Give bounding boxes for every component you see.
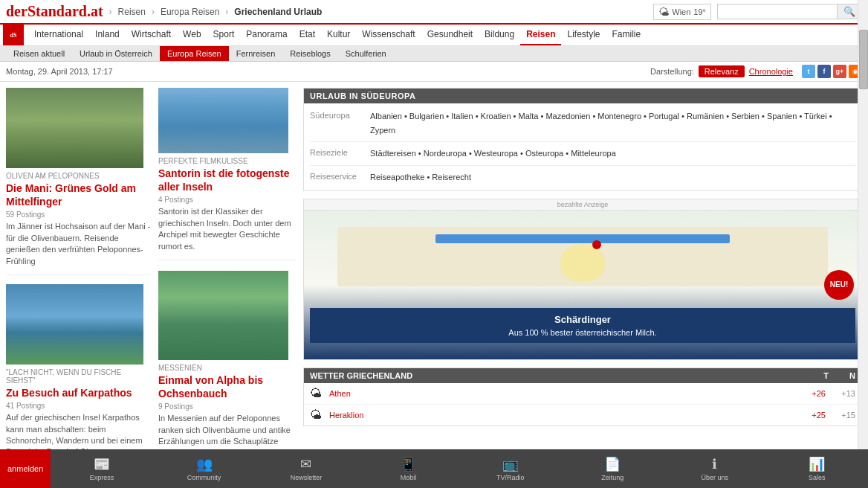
nav-web[interactable]: Web (177, 25, 207, 44)
nav-familie[interactable]: Familie (606, 25, 647, 44)
subnav-fernreisen[interactable]: Fernreisen (229, 46, 283, 61)
nav-wissenschaft[interactable]: Wissenschaft (356, 25, 421, 44)
nav-kultur[interactable]: Kultur (321, 25, 356, 44)
weather-n-athen: +13 (826, 389, 855, 398)
ad-banner: bezahlte Anzeige Schärdinger Aus 100 % b… (303, 199, 862, 360)
bottom-nav-zeitung[interactable]: 📄 Zeitung (562, 453, 664, 484)
sidebar-label-reiseservice: Reiseservice (310, 170, 366, 184)
article-tag: OLIVEN AM PELOPONNES (6, 172, 151, 180)
breadcrumb-reisen[interactable]: Reisen (118, 7, 146, 17)
subnav-schulferien[interactable]: Schulferien (338, 46, 394, 61)
subnav-reisen-aktuell[interactable]: Reisen aktuell (6, 46, 72, 61)
facebook-icon[interactable]: f (817, 65, 831, 78)
link-staedtereisen[interactable]: Städtereisen (370, 149, 416, 158)
weather-title: WETTER GRIECHENLAND TN (304, 368, 861, 383)
featured-article: MESSENIEN Einmal von Alpha bis Ochsenbau… (158, 271, 296, 466)
sidebar-links-sudeuropa: Albanien • Bulgarien • Italien • Kroatie… (370, 109, 855, 137)
sidebar-links-reiseziele: Städtereisen • Nordeuropa • Westeuropa •… (370, 147, 616, 161)
main-navigation: International Inland Wirtschaft Web Spor… (28, 25, 647, 45)
googleplus-icon[interactable]: g+ (833, 65, 846, 78)
article-tag: "LACH NICHT, WENN DU FISCHE SIEHST" (6, 368, 151, 385)
link-malta[interactable]: Malta (519, 112, 539, 121)
bottom-navigation: anmelden 📰 Express 👥 Community ✉ Newslet… (0, 449, 868, 488)
link-italien[interactable]: Italien (451, 112, 473, 121)
subnav-europa-reisen[interactable]: Europa Reisen (160, 46, 229, 61)
nav-panorama[interactable]: Panorama (240, 25, 293, 44)
newsletter-icon: ✉ (300, 456, 311, 472)
search-input[interactable] (718, 4, 837, 19)
link-osteuropa[interactable]: Osteuropa (525, 149, 563, 158)
featured-desc: Santorin ist der Klassiker der griechisc… (158, 206, 296, 252)
bottom-nav-sales[interactable]: 📊 Sales (766, 453, 868, 484)
featured-title-link[interactable]: Einmal von Alpha bis Ochsenbauch (158, 373, 296, 400)
zeitung-icon: 📄 (604, 456, 621, 472)
ad-content[interactable]: Schärdinger Aus 100 % bester österreichi… (304, 211, 861, 359)
breadcrumb-sep3: › (225, 7, 228, 17)
bottom-nav-ueber-uns[interactable]: ℹ Über uns (664, 453, 765, 484)
article-desc: Im Jänner ist Hochsaison auf der Mani - … (6, 221, 151, 267)
weather-city-athen[interactable]: Athen (329, 389, 796, 398)
search-form: 🔍 (717, 4, 862, 19)
scrollbar[interactable] (858, 0, 868, 488)
link-mazedonien[interactable]: Mazedonien (545, 112, 590, 121)
breadcrumb-current: Griechenland Urlaub (234, 7, 322, 17)
weather-icon-heraklion: 🌤 (310, 408, 325, 422)
breadcrumb-sep2: › (152, 7, 155, 17)
featured-postings: 9 Postings (158, 402, 296, 411)
link-nordeuropa[interactable]: Nordeuropa (424, 149, 467, 158)
bottom-nav-express[interactable]: 📰 Express (51, 453, 152, 484)
nav-wirtschaft[interactable]: Wirtschaft (126, 25, 177, 44)
nav-international[interactable]: International (28, 25, 89, 44)
scrollbar-thumb[interactable] (859, 30, 868, 89)
sidebar-label-reiseziele: Reiseziele (310, 147, 366, 161)
weather-icon-athen: 🌤 (310, 387, 325, 400)
bottom-nav-mobil[interactable]: 📱 Mobil (357, 453, 459, 484)
link-montenegro[interactable]: Montenegro (597, 112, 641, 121)
article-title-link[interactable]: Zu Besuch auf Karpathos (6, 386, 151, 399)
weather-t-heraklion: +25 (796, 411, 826, 420)
nav-inland[interactable]: Inland (89, 25, 126, 44)
nav-gesundheit[interactable]: Gesundheit (421, 25, 479, 44)
weather-city-heraklion[interactable]: Heraklion (329, 411, 796, 420)
link-portugal[interactable]: Portugal (649, 112, 679, 121)
bottom-nav-tvradio[interactable]: 📺 TV/Radio (459, 453, 561, 484)
chronologie-link[interactable]: Chronologie (749, 67, 793, 76)
sidebar-title: URLAUB IN SÜDEUROPA (304, 89, 861, 103)
link-bulgarien[interactable]: Bulgarien (409, 112, 444, 121)
sales-icon: 📊 (809, 456, 825, 472)
relevanz-button[interactable]: Relevanz (699, 65, 745, 77)
link-albanien[interactable]: Albanien (370, 112, 402, 121)
breadcrumb-europa[interactable]: Europa Reisen (161, 7, 219, 17)
featured-title-link[interactable]: Santorin ist die fotogenste aller Inseln (158, 167, 296, 193)
nav-etat[interactable]: Etat (294, 25, 321, 44)
nav-lifestyle[interactable]: Lifestyle (561, 25, 606, 44)
article-postings: 41 Postings (6, 402, 151, 410)
nav-sport[interactable]: Sport (207, 25, 241, 44)
link-reiserecht[interactable]: Reiserecht (432, 173, 471, 182)
link-reiseapotheke[interactable]: Reiseapotheke (370, 173, 424, 182)
twitter-icon[interactable]: t (802, 65, 815, 78)
site-logo-nav[interactable]: dS (3, 25, 24, 45)
site-logo[interactable]: derStandard.at (6, 3, 103, 20)
weather-row-heraklion: 🌤 Heraklion +25 +15 (304, 405, 861, 426)
link-spanien[interactable]: Spanien (767, 112, 797, 121)
weather-temperature: 19° (693, 7, 706, 16)
sidebar-box: URLAUB IN SÜDEUROPA Südeuropa Albanien •… (303, 88, 862, 191)
ad-text: Aus 100 % bester österreichischer Milch. (316, 328, 849, 337)
link-tuerkei[interactable]: Türkei (804, 112, 827, 121)
subnav-urlaub-oe[interactable]: Urlaub in Österreich (72, 46, 160, 61)
signin-button[interactable]: anmelden (0, 449, 51, 488)
bottom-nav-community[interactable]: 👥 Community (153, 453, 255, 484)
link-mitteleuropa[interactable]: Mitteleuropa (571, 149, 616, 158)
nav-reisen[interactable]: Reisen (520, 25, 561, 45)
bottom-nav-newsletter[interactable]: ✉ Newsletter (255, 453, 357, 484)
link-kroatien[interactable]: Kroatien (481, 112, 511, 121)
link-serbien[interactable]: Serbien (731, 112, 760, 121)
subnav-reiseblogs[interactable]: Reiseblogs (282, 46, 337, 61)
article-title-link[interactable]: Die Mani: Grünes Gold am Mittelfinger (6, 182, 151, 208)
link-westeuropa[interactable]: Westeuropa (474, 149, 518, 158)
link-rumaenien[interactable]: Rumänien (687, 112, 724, 121)
nav-bildung[interactable]: Bildung (479, 25, 520, 44)
sidebar-links-reiseservice: Reiseapotheke • Reiserecht (370, 170, 471, 184)
link-zypern[interactable]: Zypern (370, 126, 395, 135)
